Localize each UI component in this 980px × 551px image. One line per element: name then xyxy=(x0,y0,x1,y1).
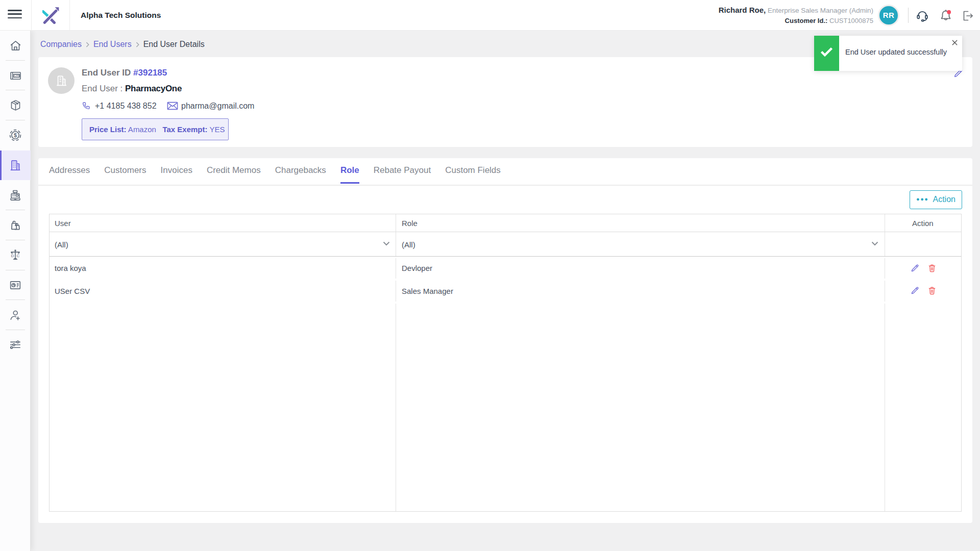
svg-text:$: $ xyxy=(14,132,17,138)
svg-text:C: C xyxy=(17,254,20,258)
svg-text:D: D xyxy=(11,254,14,258)
svg-text:CRM: CRM xyxy=(14,74,20,77)
